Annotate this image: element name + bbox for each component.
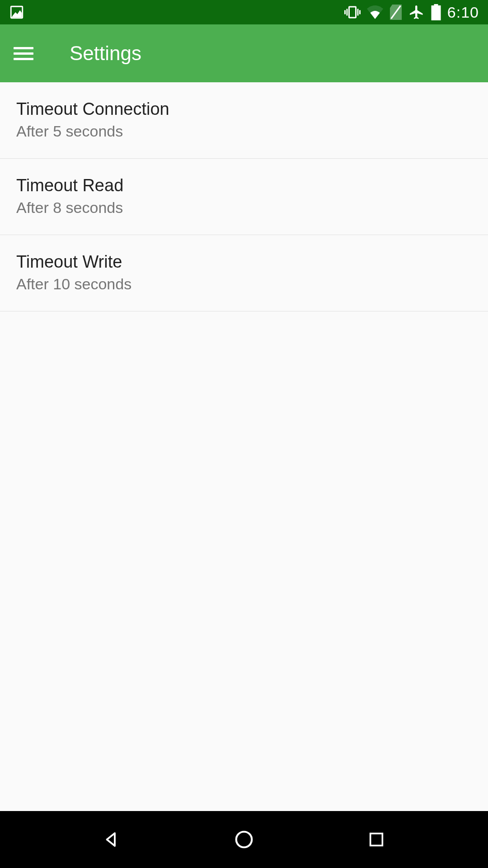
- status-right: 6:10: [344, 4, 479, 21]
- app-bar: Settings: [0, 24, 488, 82]
- setting-item-subtitle: After 10 seconds: [16, 275, 472, 293]
- setting-timeout-connection[interactable]: Timeout Connection After 5 seconds: [0, 82, 488, 159]
- setting-timeout-read[interactable]: Timeout Read After 8 seconds: [0, 159, 488, 235]
- setting-item-title: Timeout Read: [16, 176, 472, 195]
- status-left: [9, 5, 24, 20]
- airplane-icon: [408, 4, 425, 20]
- vibrate-icon: [344, 4, 361, 20]
- setting-item-title: Timeout Connection: [16, 99, 472, 119]
- setting-timeout-write[interactable]: Timeout Write After 10 seconds: [0, 235, 488, 311]
- back-button[interactable]: [98, 826, 125, 853]
- setting-item-subtitle: After 8 seconds: [16, 199, 472, 217]
- svg-rect-3: [371, 834, 383, 846]
- wifi-icon: [367, 5, 383, 19]
- recent-apps-button[interactable]: [363, 826, 390, 853]
- setting-item-subtitle: After 5 seconds: [16, 123, 472, 140]
- status-time: 6:10: [447, 4, 479, 21]
- home-button[interactable]: [230, 826, 258, 853]
- status-bar: 6:10: [0, 0, 488, 24]
- menu-icon[interactable]: [14, 42, 35, 64]
- battery-icon: [431, 4, 441, 20]
- setting-item-title: Timeout Write: [16, 252, 472, 272]
- svg-point-2: [236, 832, 252, 848]
- settings-list: Timeout Connection After 5 seconds Timeo…: [0, 82, 488, 811]
- image-icon: [9, 5, 24, 20]
- page-title: Settings: [70, 42, 141, 65]
- navigation-bar: [0, 811, 488, 868]
- no-sim-icon: [389, 5, 402, 20]
